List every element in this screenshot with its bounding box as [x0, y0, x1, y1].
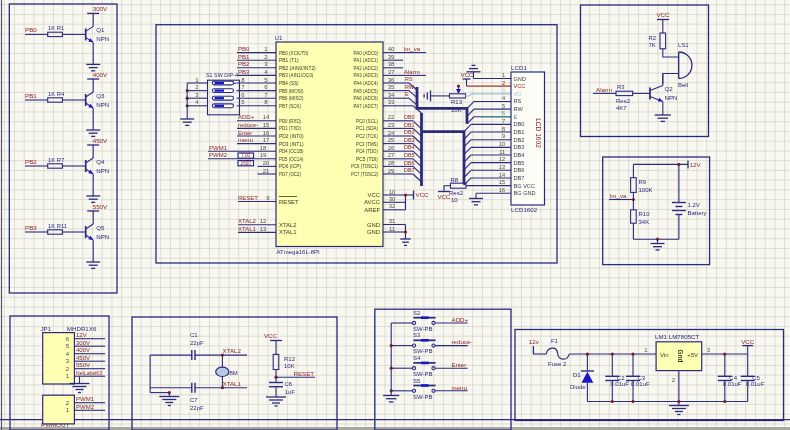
- svg-text:39: 39: [388, 54, 395, 60]
- svg-text:NPN: NPN: [665, 94, 678, 101]
- svg-text:PB2: PB2: [25, 158, 37, 165]
- svg-text:34: 34: [388, 92, 395, 98]
- svg-text:PA5 (ADC5): PA5 (ADC5): [354, 88, 379, 94]
- svg-text:C3: C3: [638, 375, 646, 381]
- svg-text:PA1 (ADC1): PA1 (ADC1): [354, 57, 379, 63]
- svg-text:0.01uF: 0.01uF: [631, 381, 650, 387]
- svg-text:PB7 (SCK): PB7 (SCK): [279, 103, 301, 109]
- svg-text:PB1: PB1: [25, 92, 37, 99]
- svg-text:300V: 300V: [76, 340, 90, 346]
- svg-text:1K R1: 1K R1: [48, 25, 64, 31]
- svg-text:NPN: NPN: [96, 101, 109, 108]
- svg-text:RESET: RESET: [238, 195, 258, 201]
- svg-text:DB3: DB3: [404, 137, 415, 143]
- svg-text:SW-PB: SW-PB: [413, 348, 433, 354]
- svg-text:VCC: VCC: [656, 11, 670, 18]
- svg-text:PB1: PB1: [238, 54, 250, 60]
- svg-text:menu: menu: [238, 137, 253, 143]
- svg-text:+5V: +5V: [687, 352, 698, 358]
- svg-text:550V: 550V: [93, 203, 108, 210]
- svg-text:RESET: RESET: [294, 370, 315, 377]
- svg-text:7: 7: [502, 118, 505, 124]
- svg-text:DB7: DB7: [514, 175, 525, 181]
- svg-text:0.01uF: 0.01uF: [610, 381, 629, 387]
- svg-text:C1: C1: [190, 332, 198, 338]
- svg-text:S3: S3: [413, 332, 421, 338]
- svg-text:LM1 LM7805CT: LM1 LM7805CT: [655, 333, 700, 340]
- svg-text:PB4 (SS): PB4 (SS): [279, 80, 299, 86]
- svg-text:33: 33: [388, 99, 395, 105]
- svg-text:Bell: Bell: [678, 82, 688, 88]
- svg-text:PB2: PB2: [238, 61, 250, 67]
- svg-text:PWM1: PWM1: [76, 396, 95, 402]
- svg-text:LS1: LS1: [678, 42, 689, 48]
- svg-text:C5: C5: [752, 375, 760, 381]
- svg-text:PD5 (OC1A): PD5 (OC1A): [279, 156, 304, 162]
- svg-text:PB0: PB0: [238, 46, 250, 52]
- svg-text:PC4 (TDO): PC4 (TDO): [356, 148, 378, 154]
- svg-text:1.2V: 1.2V: [688, 202, 700, 208]
- svg-text:300V: 300V: [93, 5, 108, 12]
- svg-text:1K R11: 1K R11: [48, 223, 67, 229]
- svg-text:XTAL1: XTAL1: [223, 380, 242, 387]
- svg-text:Gnd: Gnd: [677, 350, 684, 363]
- svg-text:12v: 12v: [529, 338, 540, 345]
- svg-text:PD7 (OC2): PD7 (OC2): [279, 171, 301, 177]
- svg-text:Res2: Res2: [616, 98, 631, 104]
- svg-text:Enter: Enter: [238, 130, 252, 136]
- svg-text:24: 24: [388, 130, 395, 136]
- svg-text:DB1: DB1: [514, 129, 525, 135]
- svg-text:XTAL1: XTAL1: [279, 229, 297, 235]
- svg-text:12V: 12V: [690, 161, 702, 168]
- svg-text:XTAL2: XTAL2: [223, 347, 242, 354]
- svg-text:35: 35: [388, 84, 395, 90]
- svg-text:7K: 7K: [648, 42, 655, 48]
- svg-text:RW: RW: [405, 84, 415, 90]
- svg-text:DB3: DB3: [514, 144, 525, 150]
- svg-text:AVCC: AVCC: [364, 199, 381, 205]
- svg-text:550V: 550V: [76, 362, 90, 368]
- svg-text:PB3 (AIN1/OC0): PB3 (AIN1/OC0): [279, 72, 313, 78]
- svg-text:34K: 34K: [639, 219, 650, 225]
- svg-text:F1: F1: [551, 338, 559, 344]
- svg-text:DB5: DB5: [404, 152, 415, 158]
- svg-text:32: 32: [389, 203, 396, 209]
- svg-text:PC7 (TOSC2): PC7 (TOSC2): [351, 171, 378, 177]
- svg-text:XTAL2: XTAL2: [279, 222, 297, 228]
- svg-text:SW-PB: SW-PB: [413, 326, 433, 332]
- svg-text:1K R4: 1K R4: [48, 91, 65, 97]
- svg-text:25: 25: [388, 137, 395, 143]
- svg-text:6: 6: [502, 110, 505, 116]
- svg-text:R13: R13: [451, 99, 463, 105]
- svg-text:PC5 (TDI): PC5 (TDI): [356, 156, 378, 162]
- svg-text:DB7: DB7: [404, 167, 415, 173]
- svg-text:PA4 (ADC4): PA4 (ADC4): [354, 80, 379, 86]
- svg-text:PB3: PB3: [238, 69, 250, 75]
- svg-text:PD0 (RXD): PD0 (RXD): [279, 118, 301, 124]
- svg-text:U1: U1: [275, 34, 283, 41]
- svg-text:0.01uF: 0.01uF: [746, 381, 765, 387]
- svg-text:PB2 (AIN0/INT2): PB2 (AIN0/INT2): [279, 65, 316, 71]
- svg-text:1uF: 1uF: [285, 389, 296, 395]
- svg-text:SW-PB: SW-PB: [413, 371, 433, 377]
- svg-text:DB1: DB1: [404, 122, 415, 128]
- svg-text:8: 8: [502, 126, 505, 132]
- svg-text:C2: C2: [617, 375, 625, 381]
- svg-text:E: E: [405, 91, 409, 97]
- svg-text:S5: S5: [413, 378, 421, 384]
- svg-text:Q1: Q1: [96, 26, 105, 33]
- svg-text:11: 11: [499, 149, 505, 155]
- svg-text:Q3: Q3: [96, 92, 105, 99]
- svg-text:DB0: DB0: [514, 121, 525, 127]
- svg-text:3: 3: [502, 88, 505, 94]
- svg-text:Alarm: Alarm: [596, 86, 612, 93]
- svg-text:PB0 (XCK/T0): PB0 (XCK/T0): [279, 50, 308, 56]
- svg-text:31: 31: [389, 218, 396, 224]
- svg-text:PA0 (ADC0): PA0 (ADC0): [354, 50, 379, 56]
- svg-text:VCC: VCC: [741, 338, 755, 345]
- svg-text:PA7 (ADC7): PA7 (ADC7): [354, 103, 379, 109]
- svg-text:PA3 (ADC3): PA3 (ADC3): [354, 72, 379, 78]
- svg-text:S4: S4: [413, 355, 421, 361]
- svg-text:27: 27: [388, 152, 395, 158]
- svg-text:1: 1: [502, 72, 505, 78]
